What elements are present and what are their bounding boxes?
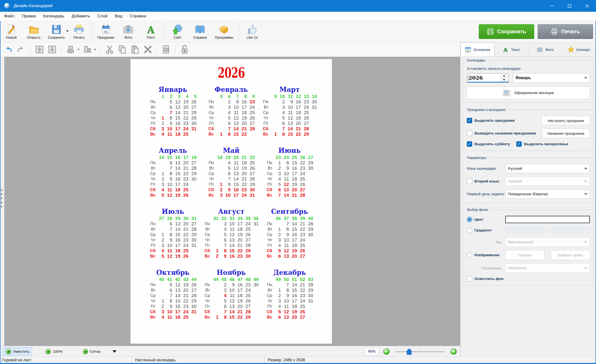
- background-color-swatch[interactable]: [505, 216, 590, 223]
- minimize-button[interactable]: [543, 0, 561, 12]
- year-spin-up-button[interactable]: [500, 74, 508, 77]
- align-horizontal-icon[interactable]: [66, 45, 76, 54]
- slider-thumb[interactable]: [407, 349, 412, 355]
- tab-clipart[interactable]: Клипарт: [562, 42, 596, 57]
- save-button[interactable]: Сохранить: [45, 22, 68, 42]
- day-cell: 11: [166, 187, 174, 193]
- move-layer-up-icon[interactable]: [35, 45, 44, 54]
- panel-collapse-strip[interactable]: >>>>>: [0, 57, 4, 346]
- tab-text[interactable]: A Текст: [495, 42, 528, 57]
- delete-icon[interactable]: [143, 45, 153, 54]
- gallery-button[interactable]: Галерея: [505, 250, 545, 260]
- move-layer-down-icon[interactable]: [47, 45, 57, 54]
- start-month-select[interactable]: Январь: [513, 73, 590, 83]
- menu-edit[interactable]: Правка: [18, 12, 39, 21]
- image-position-select[interactable]: Заполнить: [505, 263, 590, 273]
- print-action-button[interactable]: Печать: [538, 24, 593, 39]
- close-button[interactable]: [578, 0, 596, 12]
- highlight-sunday-checkbox[interactable]: ✓: [516, 141, 522, 147]
- day-cell: 16: [174, 121, 182, 126]
- year-spin-down-button[interactable]: [500, 78, 508, 82]
- properties-gear-icon[interactable]: [161, 45, 171, 54]
- day-cell: 10: [283, 298, 291, 304]
- day-cell: 25: [244, 293, 252, 298]
- save-action-button[interactable]: Сохранить: [479, 24, 534, 39]
- month-title: Май: [202, 146, 260, 155]
- site-button[interactable]: Сайт: [166, 22, 189, 42]
- redo-icon[interactable]: [16, 45, 26, 54]
- holiday-names-button[interactable]: Названия праздников: [542, 129, 590, 138]
- menu-file[interactable]: Файл: [0, 12, 18, 21]
- title-bar: Дизайн Календарей: [0, 0, 596, 12]
- month-design-button[interactable]: Оформление месяцев: [467, 86, 590, 99]
- holidays-button[interactable]: 31 Праздники: [94, 22, 117, 42]
- weekday-label: Сб: [264, 248, 275, 254]
- background-gradient-radio[interactable]: [467, 228, 472, 233]
- cut-icon[interactable]: [105, 45, 114, 54]
- choose-file-button[interactable]: Выбрать файл: [551, 250, 590, 260]
- background-color-radio[interactable]: [467, 217, 472, 222]
- day-cell: [307, 176, 315, 182]
- slider-track[interactable]: [395, 351, 444, 352]
- tab-photo[interactable]: Фото: [529, 42, 562, 57]
- highlight-saturday-checkbox[interactable]: ✓: [467, 141, 472, 147]
- undo-icon[interactable]: [3, 45, 13, 54]
- like-us-button[interactable]: Like Us: [241, 22, 264, 42]
- year-input[interactable]: 2026: [467, 73, 509, 83]
- day-cell: 18: [295, 110, 303, 115]
- gradient-type-select[interactable]: Вертикальный: [505, 237, 590, 247]
- menu-help[interactable]: Справка: [126, 12, 150, 21]
- day-cell: 23: [182, 176, 190, 182]
- paste-icon[interactable]: [130, 45, 140, 54]
- gradient-start-swatch[interactable]: [505, 227, 545, 234]
- tab-main[interactable]: Основное: [460, 42, 495, 57]
- zoom-100-button[interactable]: 100%: [43, 348, 65, 355]
- fit-to-window-button[interactable]: Уместить: [3, 347, 32, 356]
- print-button[interactable]: Печать: [68, 22, 90, 42]
- day-cell: 27: [190, 160, 198, 166]
- menu-calendar[interactable]: Календарь: [39, 12, 68, 21]
- copy-icon[interactable]: [117, 45, 127, 54]
- first-day-select[interactable]: Понедельник (Европа): [505, 189, 590, 199]
- show-holiday-names-label: Выводить названия праздников: [474, 131, 536, 135]
- week-number: 5: [190, 94, 198, 99]
- weekday-label: [264, 216, 275, 221]
- menu-add[interactable]: Добавить: [68, 12, 94, 21]
- photo-button[interactable]: Фото: [117, 22, 139, 42]
- design-canvas[interactable]: >>>>> 2026 Январь12345Пн5121926Вт6132027…: [0, 57, 460, 346]
- background-image-radio[interactable]: [467, 252, 472, 258]
- language-select[interactable]: Русский: [505, 164, 590, 173]
- lighten-background-checkbox[interactable]: [467, 276, 472, 281]
- help-button[interactable]: Справка: [189, 22, 211, 42]
- align-horizontal-dropdown[interactable]: [77, 49, 79, 50]
- maximize-button[interactable]: [561, 0, 578, 12]
- menu-layer[interactable]: Слой: [94, 12, 111, 21]
- lock-icon[interactable]: [180, 45, 190, 54]
- align-vertical-dropdown[interactable]: [94, 49, 96, 50]
- second-language-checkbox[interactable]: [467, 179, 472, 184]
- week-number: 39: [299, 216, 307, 221]
- show-holiday-names-checkbox[interactable]: [467, 131, 472, 136]
- highlight-holidays-checkbox[interactable]: ✓: [467, 118, 472, 123]
- programs-button[interactable]: Программы: [211, 22, 237, 42]
- zoom-percent-input[interactable]: 46%: [365, 348, 379, 355]
- splitter-handle-icon[interactable]: >>>>>: [1, 188, 3, 208]
- calendar-page[interactable]: 2026 Январь12345Пн5121926Вт6132027Ср7142…: [130, 59, 332, 344]
- day-cell: 15: [232, 132, 241, 137]
- text-button[interactable]: A Текст: [139, 22, 162, 42]
- align-vertical-icon[interactable]: [82, 45, 92, 54]
- open-button[interactable]: Открыть: [23, 22, 45, 42]
- gradient-end-swatch[interactable]: [551, 227, 590, 234]
- configure-holidays-button[interactable]: Настроить праздники: [542, 116, 590, 125]
- grid-dropdown-arrow[interactable]: [113, 350, 116, 353]
- zoom-out-button[interactable]: −: [383, 348, 390, 355]
- zoom-slider[interactable]: [395, 347, 444, 356]
- menu-view[interactable]: Вид: [111, 12, 126, 21]
- weekday-label: Чт: [260, 115, 271, 121]
- zoom-in-button[interactable]: +: [450, 348, 457, 355]
- day-cell: 3: [158, 182, 166, 187]
- new-button[interactable]: Новый: [0, 22, 23, 42]
- day-cell: 15: [291, 227, 299, 232]
- grid-button[interactable]: Сетка: [80, 348, 103, 355]
- second-language-select[interactable]: Русский: [505, 177, 590, 186]
